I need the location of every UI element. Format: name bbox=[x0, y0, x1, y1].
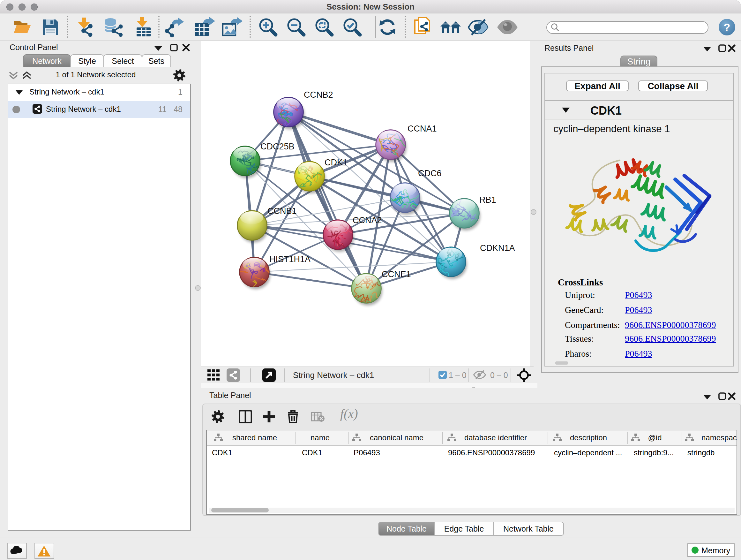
svg-text:CCNB2: CCNB2 bbox=[304, 90, 333, 100]
svg-text:CCNA2: CCNA2 bbox=[353, 215, 382, 225]
svg-text:CCNE1: CCNE1 bbox=[382, 269, 411, 279]
svg-text:CDC6: CDC6 bbox=[418, 169, 442, 178]
svg-text:?: ? bbox=[724, 21, 731, 33]
svg-text:CDC25B: CDC25B bbox=[260, 142, 294, 151]
svg-text:CDK1: CDK1 bbox=[325, 158, 347, 167]
svg-text:CCNB1: CCNB1 bbox=[267, 206, 297, 216]
svg-text:CCNA1: CCNA1 bbox=[408, 124, 437, 133]
svg-text:CDKN1A: CDKN1A bbox=[480, 243, 515, 253]
svg-text:RB1: RB1 bbox=[479, 195, 496, 205]
svg-text:HIST1H1A: HIST1H1A bbox=[269, 254, 311, 264]
